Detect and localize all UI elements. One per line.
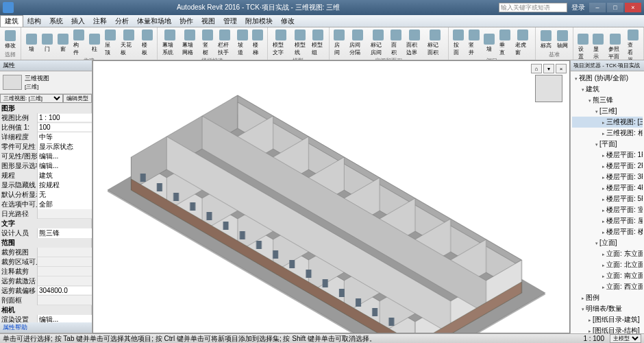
tree-item[interactable]: 楼层平面: 室外地坪 — [572, 204, 643, 215]
tool-标高[interactable]: 标高 — [538, 29, 554, 51]
tool-坡道[interactable]: 坡道 — [236, 29, 249, 57]
tree-item[interactable]: 立面: 南立面 — [572, 270, 643, 281]
tool-构件[interactable]: 构件 — [71, 29, 86, 57]
tool-幕墙系统[interactable]: 幕墙系统 — [160, 29, 179, 57]
prop-value[interactable]: 编辑... — [38, 161, 92, 171]
tool-竖梃[interactable]: 竖梃 — [201, 29, 214, 57]
tree-item[interactable]: 楼层平面: 4F — [572, 182, 643, 193]
status-scale[interactable]: 1 : 100 — [583, 335, 604, 342]
tab-系统[interactable]: 系统 — [45, 15, 67, 27]
tab-视图[interactable]: 视图 — [197, 15, 219, 27]
tab-建筑[interactable]: 建筑 — [0, 15, 23, 27]
tool-竖井[interactable]: 竖井 — [467, 29, 481, 57]
tree-item[interactable]: [立面] — [572, 237, 643, 248]
tree-item[interactable]: 楼层平面: 5F — [572, 193, 643, 204]
prop-value[interactable]: 编辑... — [38, 315, 92, 323]
tab-分析[interactable]: 分析 — [111, 15, 133, 27]
viewport-close-button[interactable]: × — [556, 64, 567, 73]
tool-天花板[interactable]: 天花板 — [119, 29, 138, 57]
tool-墙[interactable]: 墙 — [482, 29, 497, 57]
tree-item[interactable]: 三维视图: 相机视图 — [572, 128, 643, 139]
tab-结构[interactable]: 结构 — [23, 15, 45, 27]
3d-viewport[interactable]: ⌂ ▾ × — [92, 60, 570, 333]
tree-item[interactable]: 楼层平面: 2F — [572, 161, 643, 172]
prop-value[interactable]: 中等 — [38, 132, 92, 142]
view-cube[interactable] — [535, 75, 562, 102]
prop-group-相机[interactable]: 相机 — [0, 305, 92, 315]
tree-item[interactable]: [图纸目录-建筑] — [572, 314, 643, 325]
tool-面积边界[interactable]: 面积边界 — [404, 29, 424, 57]
tool-门[interactable]: 门 — [40, 29, 54, 57]
tree-item[interactable]: 熊三锋 — [572, 95, 643, 106]
prop-value[interactable]: 建筑 — [38, 171, 92, 180]
tool-标记房间[interactable]: 标记房间 — [369, 29, 388, 57]
tool-楼梯[interactable]: 楼梯 — [251, 29, 264, 57]
tool-楼板[interactable]: 楼板 — [140, 29, 154, 57]
tree-item[interactable]: 楼层平面: 屋顶 — [572, 215, 643, 226]
tree-item[interactable]: [三维] — [572, 106, 643, 117]
tool-墙[interactable]: 墙 — [24, 29, 38, 57]
tree-item[interactable]: 图例 — [572, 292, 643, 303]
tab-附加模块[interactable]: 附加模块 — [241, 15, 277, 27]
type-selector[interactable]: 三维视图: [三维] — [0, 94, 63, 103]
tree-item[interactable]: 立面: 西立面 — [572, 281, 643, 292]
tree-item[interactable]: 楼层平面: 1F — [572, 150, 643, 161]
prop-group-文字[interactable]: 文字 — [0, 219, 92, 228]
tool-垂直[interactable]: 垂直 — [497, 29, 512, 57]
tab-注释[interactable]: 注释 — [89, 15, 111, 27]
properties-help-link[interactable]: 属性帮助 — [0, 322, 92, 333]
help-search-input[interactable]: 输入关键字或短语 — [499, 3, 567, 12]
tool-栏杆扶手[interactable]: 栏杆扶手 — [216, 29, 234, 57]
tool-模型组[interactable]: 模型组 — [310, 29, 326, 57]
tool-模型线[interactable]: 模型线 — [293, 29, 309, 57]
tree-item[interactable]: 建筑 — [572, 84, 643, 95]
tool-显示[interactable]: 显示 — [591, 29, 605, 60]
tree-item[interactable]: 立面: 东立面 — [572, 248, 643, 259]
tool-查看器[interactable]: 查看器 — [626, 29, 641, 60]
tool-设置[interactable]: 设置 — [576, 29, 590, 60]
tab-管理[interactable]: 管理 — [219, 15, 241, 27]
prop-value[interactable]: 熊三锋 — [38, 228, 92, 238]
tree-item[interactable]: 立面: 北立面 — [572, 259, 643, 270]
prop-value[interactable]: 全部 — [38, 200, 92, 209]
tree-item[interactable]: 明细表/数量 — [572, 303, 643, 314]
workset-selector[interactable]: 主模型 — [610, 334, 641, 343]
prop-value[interactable]: 1 : 100 — [38, 114, 92, 121]
tab-协作[interactable]: 协作 — [175, 15, 197, 27]
tool-柱[interactable]: 柱 — [87, 29, 101, 57]
user-label[interactable]: 登录 — [571, 3, 585, 12]
edit-type-button[interactable]: 编辑类型 — [63, 94, 92, 103]
prop-value[interactable]: 100 — [38, 123, 92, 131]
tool-参照平面[interactable]: 参照平面 — [606, 29, 625, 60]
prop-group-范围[interactable]: 范围 — [0, 238, 92, 248]
tool-模型文字[interactable]: 模型文字 — [271, 29, 291, 57]
tool-轴网[interactable]: 轴网 — [555, 29, 570, 51]
tool-修改[interactable]: 修改 — [3, 29, 18, 51]
tool-按面[interactable]: 按面 — [451, 29, 466, 57]
tool-房间[interactable]: 房间 — [332, 29, 346, 57]
prop-value[interactable]: 按规程 — [38, 180, 92, 190]
tab-插入[interactable]: 插入 — [67, 15, 89, 27]
tool-幕墙网格[interactable]: 幕墙网格 — [180, 29, 199, 57]
tree-item[interactable]: 楼层平面: 3F — [572, 172, 643, 182]
tab-修改[interactable]: 修改 — [277, 15, 299, 27]
viewport-home-button[interactable]: ⌂ — [531, 64, 542, 73]
tree-item[interactable]: 楼层平面: 楼梯屋顶 — [572, 226, 643, 237]
prop-group-图形[interactable]: 图形 — [0, 104, 92, 113]
tab-体量和场地[interactable]: 体量和场地 — [133, 15, 175, 27]
tool-窗[interactable]: 窗 — [55, 29, 70, 57]
tree-item[interactable]: 视图 (协调/全部) — [572, 73, 643, 84]
prop-value[interactable]: 304800.0 — [38, 287, 92, 294]
maximize-button[interactable]: □ — [607, 3, 623, 12]
minimize-button[interactable]: – — [589, 3, 606, 12]
tree-item[interactable]: [图纸目录-结构] — [572, 325, 643, 333]
tool-房间分隔[interactable]: 房间分隔 — [347, 29, 367, 57]
tree-item[interactable]: 三维视图: [三维] — [572, 117, 643, 128]
viewport-menu-button[interactable]: ▾ — [543, 64, 554, 73]
tool-面积[interactable]: 面积 — [389, 29, 403, 57]
prop-value[interactable]: 显示原状态 — [38, 142, 92, 152]
tree-item[interactable]: [平面] — [572, 139, 643, 150]
close-button[interactable]: × — [625, 3, 641, 12]
prop-value[interactable]: 编辑... — [38, 152, 92, 161]
tool-老虎窗[interactable]: 老虎窗 — [513, 29, 532, 57]
